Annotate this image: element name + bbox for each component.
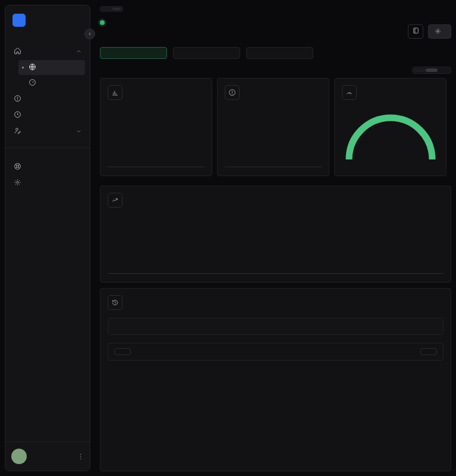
avatar xyxy=(11,449,27,464)
notepad-icon xyxy=(412,26,420,37)
app-root: ‹ xyxy=(0,0,456,476)
globe-icon xyxy=(29,63,36,72)
user-icon xyxy=(14,127,21,136)
uptime-card xyxy=(100,78,212,176)
sidebar-item-monitors[interactable] xyxy=(18,60,85,75)
range-week-button[interactable] xyxy=(426,68,438,72)
previous-page-button[interactable] xyxy=(114,348,131,355)
speedometer-icon xyxy=(29,79,36,87)
pagination xyxy=(108,343,444,361)
uptime-bar-chart xyxy=(108,107,205,167)
breadcrumb-details[interactable] xyxy=(112,8,121,10)
incidents-card xyxy=(217,78,329,176)
gear-icon xyxy=(14,178,21,187)
user-profile: ⋮ xyxy=(5,441,90,471)
gear-icon xyxy=(435,28,441,36)
sidebar-item-settings[interactable] xyxy=(10,176,85,190)
x-axis xyxy=(108,273,444,274)
sidebar-item-dashboard[interactable] xyxy=(10,44,85,59)
history-table xyxy=(108,318,444,335)
gauge-icon xyxy=(342,85,357,100)
bar-chart-icon xyxy=(108,85,122,100)
stat-active-for xyxy=(100,47,167,59)
lifebuoy-icon xyxy=(14,162,21,171)
table-header-row xyxy=(108,318,443,334)
app-logo xyxy=(5,5,90,33)
chevron-up-icon xyxy=(76,48,81,55)
next-page-button[interactable] xyxy=(420,348,437,355)
response-times-card xyxy=(100,186,451,283)
sidebar-divider xyxy=(5,148,90,148)
incidents-bar-chart xyxy=(225,107,322,167)
avg-response-card xyxy=(334,78,446,176)
status-page-button[interactable] xyxy=(408,24,423,39)
sidebar: ‹ xyxy=(5,5,90,471)
clock-icon xyxy=(14,111,21,120)
main-content xyxy=(90,0,456,476)
response-gauge xyxy=(342,102,439,169)
stats-row xyxy=(100,47,451,59)
home-icon xyxy=(14,47,21,56)
stat-last-check xyxy=(173,47,240,59)
sidebar-item-support[interactable] xyxy=(10,159,85,174)
range-day-button[interactable] xyxy=(414,68,426,72)
response-times-chart xyxy=(108,211,444,273)
chevron-down-icon xyxy=(76,128,81,135)
sidebar-collapse-button[interactable]: ‹ xyxy=(84,29,95,39)
stat-last-response-time xyxy=(246,47,313,59)
trending-up-icon xyxy=(108,193,122,208)
history-card xyxy=(100,288,451,471)
range-month-button[interactable] xyxy=(438,68,449,72)
alert-circle-icon xyxy=(14,95,21,104)
user-menu-dots-icon[interactable]: ⋮ xyxy=(77,453,84,461)
history-icon xyxy=(108,295,122,310)
breadcrumb xyxy=(100,6,123,12)
configure-button[interactable] xyxy=(428,24,451,39)
logo-icon xyxy=(12,14,26,27)
sidebar-item-pagespeed[interactable] xyxy=(18,76,85,90)
active-bullet xyxy=(22,67,24,68)
alert-circle-icon xyxy=(225,85,240,100)
sidebar-item-maintenance[interactable] xyxy=(10,108,85,123)
range-toggle xyxy=(412,67,451,74)
status-dot xyxy=(100,20,105,25)
sidebar-item-incidents[interactable] xyxy=(10,92,85,107)
sidebar-item-account[interactable] xyxy=(10,124,85,139)
